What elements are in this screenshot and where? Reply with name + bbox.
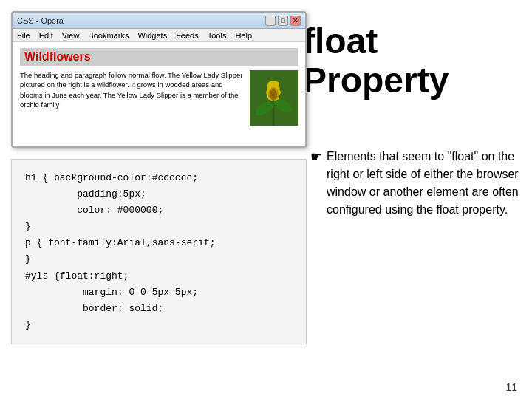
menu-bookmarks[interactable]: Bookmarks: [88, 31, 129, 40]
maximize-button[interactable]: □: [278, 16, 288, 26]
description-area: ☛ Elements that seem to "float" on the r…: [310, 148, 521, 219]
description-text: Elements that seem to "float" on the rig…: [327, 148, 521, 219]
page-number: 11: [505, 381, 517, 393]
minimize-button[interactable]: _: [265, 16, 276, 26]
browser-content: Wildflowers The heading and paragraph fo…: [13, 42, 305, 146]
code-line-2: padding:5px;: [25, 186, 293, 202]
bullet-arrow-icon: ☛: [310, 149, 322, 165]
wildflowers-heading: Wildflowers: [20, 48, 298, 66]
menu-help[interactable]: Help: [235, 31, 252, 40]
title-area: float Property: [303, 22, 517, 100]
menu-edit[interactable]: Edit: [39, 31, 53, 40]
code-line-9: border: solid;: [25, 301, 293, 317]
browser-text: The heading and paragraph follow normal …: [20, 70, 244, 126]
code-line-4: }: [25, 219, 293, 235]
code-line-8: margin: 0 0 5px 5px;: [25, 284, 293, 301]
code-line-3: color: #000000;: [25, 202, 293, 219]
menu-feeds[interactable]: Feeds: [176, 31, 199, 40]
browser-window: CSS - Opera _ □ ✕ File Edit View Bookmar…: [11, 11, 307, 148]
close-button[interactable]: ✕: [290, 16, 301, 26]
flower-image: [250, 70, 298, 126]
code-line-6: }: [25, 251, 293, 267]
browser-menubar: File Edit View Bookmarks Widgets Feeds T…: [13, 29, 305, 42]
code-line-7: #yls {float:right;: [25, 268, 293, 284]
bullet-point: ☛ Elements that seem to "float" on the r…: [310, 148, 521, 219]
slide-container: float Property CSS - Opera _ □ ✕ File Ed…: [0, 0, 532, 399]
slide-title: float Property: [303, 22, 517, 100]
code-block: h1 { background-color:#cccccc; padding:5…: [11, 159, 307, 344]
browser-controls: _ □ ✕: [265, 16, 301, 26]
browser-body: The heading and paragraph follow normal …: [20, 70, 298, 126]
code-line-1: h1 { background-color:#cccccc;: [25, 170, 293, 186]
menu-tools[interactable]: Tools: [208, 31, 227, 40]
code-line-10: }: [25, 317, 293, 333]
code-line-5: p { font-family:Arial,sans-serif;: [25, 235, 293, 251]
menu-view[interactable]: View: [62, 31, 80, 40]
browser-titlebar: CSS - Opera _ □ ✕: [13, 13, 305, 29]
menu-widgets[interactable]: Widgets: [137, 31, 167, 40]
svg-point-8: [270, 89, 277, 100]
menu-file[interactable]: File: [17, 31, 30, 40]
browser-title-text: CSS - Opera: [17, 16, 64, 25]
